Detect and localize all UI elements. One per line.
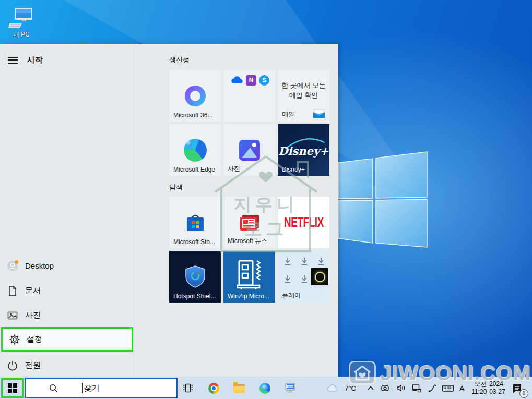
tile-photos[interactable]: 사진 [223, 124, 275, 176]
taskbar-clock[interactable]: 오전 11:20 2024-03-27 [470, 380, 505, 396]
tile-microsoft-news[interactable]: Microsoft 뉴스 [223, 197, 275, 248]
chrome-icon [208, 383, 219, 394]
sidebar-item-desktop-user[interactable]: Desktop [0, 253, 134, 278]
tile-hotspot-shield[interactable]: Hotspot Shiel... [169, 251, 221, 303]
legacy-system-taskbar-button[interactable] [284, 382, 297, 394]
tile-label: Disney+ [282, 166, 305, 173]
chrome-taskbar-button[interactable] [207, 382, 220, 394]
file-explorer-icon [233, 384, 245, 393]
search-icon [49, 384, 58, 393]
sidebar-label-documents: 문서 [25, 286, 41, 296]
user-avatar-icon [0, 260, 25, 272]
tile-label: Microsoft Edge [173, 166, 215, 173]
edge-taskbar-button[interactable] [258, 382, 271, 394]
network-button[interactable] [411, 383, 422, 393]
show-hidden-icons-button[interactable] [367, 384, 375, 392]
wallpaper-windows-logo [334, 147, 431, 254]
tile-mail[interactable]: 한 곳에서 모든 메일 확인 메일 [278, 70, 329, 122]
my-pc-label: 내 PC [6, 30, 37, 39]
skype-icon: S [259, 75, 269, 86]
tile-grid-productivity: Microsoft 36... N S 한 곳에서 모든 메일 확인 메일 [169, 70, 329, 176]
windows-logo-icon [8, 383, 17, 393]
start-menu: 시작 Desktop 문서 [0, 44, 338, 377]
volume-button[interactable] [396, 383, 406, 393]
hamburger-menu-button[interactable] [0, 51, 25, 69]
notification-center-button[interactable]: 1 [511, 383, 524, 393]
meet-now-button[interactable] [380, 383, 391, 393]
tile-netflix[interactable]: NETFLIX [278, 197, 329, 248]
onenote-icon: N [246, 75, 256, 86]
notification-count-badge: 1 [519, 389, 528, 398]
video-camera-icon [380, 383, 391, 393]
pictures-icon [0, 310, 25, 321]
tile-label: Microsoft Sto... [173, 238, 215, 246]
album-art-thumbnail [311, 268, 328, 285]
tile-label: 메일 [282, 110, 294, 119]
tile-label: Microsoft 36... [173, 112, 212, 119]
tile-microsoft-365[interactable]: Microsoft 36... [169, 70, 221, 122]
ethernet-network-icon [411, 383, 422, 393]
weather-cloud-icon [326, 383, 339, 393]
weather-tray-item[interactable] [326, 383, 339, 393]
tile-grid-explore: Microsoft Sto... Microsoft 뉴스 [169, 197, 329, 303]
menu-divider [134, 44, 135, 377]
document-icon [0, 285, 25, 297]
disney-logo-text: Disney+ [278, 144, 328, 158]
download-arrow-icon [301, 257, 308, 266]
sidebar-item-documents[interactable]: 문서 [0, 279, 134, 303]
search-placeholder-text: 찾기 [84, 383, 100, 393]
tile-microsoft-edge[interactable]: Microsoft Edge [169, 124, 221, 176]
taskbar-app-icons [182, 377, 297, 399]
temperature-label[interactable]: 7°C [345, 384, 356, 392]
touch-keyboard-button[interactable] [442, 383, 454, 393]
taskbar-search-box[interactable]: 찾기 [25, 378, 178, 398]
microsoft-365-icon [183, 84, 207, 108]
tile-label: Hotspot Shiel... [173, 293, 216, 300]
photos-icon [239, 139, 261, 161]
task-view-button[interactable] [182, 382, 194, 394]
keyboard-icon [442, 383, 454, 393]
pen-icon [427, 383, 436, 393]
sidebar-label-settings: 설정 [27, 334, 42, 344]
system-tray: 7°C [326, 377, 524, 399]
start-menu-title: 시작 [27, 55, 43, 65]
tile-apps-cluster[interactable]: N S [223, 70, 275, 122]
computer-icon [8, 7, 34, 29]
tile-label: Microsoft 뉴스 [228, 237, 267, 246]
start-menu-header: 시작 [0, 51, 43, 69]
sidebar-label-power: 전원 [25, 360, 41, 370]
store-icon [184, 213, 206, 233]
system-monitor-icon [284, 382, 297, 394]
sidebar-item-pictures[interactable]: 사진 [0, 303, 134, 328]
tile-play[interactable]: 플레이 [278, 251, 329, 303]
edge-icon [184, 139, 207, 162]
download-arrow-icon [284, 275, 291, 284]
hamburger-icon [8, 55, 18, 65]
sidebar-item-power[interactable]: 전원 [0, 353, 134, 378]
group-title-explore: 탐색 [169, 183, 183, 192]
taskbar: 찾기 [0, 377, 532, 399]
ime-indicator[interactable]: A [459, 384, 465, 393]
edge-icon [259, 383, 270, 394]
chevron-up-icon [367, 384, 375, 392]
clock-time: 오전 11:20 [470, 380, 487, 396]
file-explorer-taskbar-button[interactable] [233, 382, 245, 394]
tile-disney-plus[interactable]: Disney+ Disney+ [278, 124, 329, 176]
desktop: 내 PC 시작 Desktop 문서 [0, 0, 532, 399]
tile-winzip[interactable]: WinZip Micro... [223, 251, 275, 303]
onedrive-icon [229, 76, 243, 85]
download-arrow-icon [317, 257, 325, 266]
sidebar-label-pictures: 사진 [25, 310, 41, 320]
task-view-icon [182, 382, 194, 394]
hotspot-shield-icon [184, 264, 207, 289]
my-pc-desktop-icon[interactable]: 내 PC [6, 7, 37, 39]
power-icon [0, 360, 25, 371]
download-arrow-icon [284, 257, 291, 266]
sidebar-item-settings[interactable]: 설정 [1, 327, 133, 352]
speaker-icon [396, 383, 406, 393]
windows-ink-button[interactable] [427, 383, 436, 393]
start-button[interactable] [1, 378, 24, 398]
mail-promo-text: 한 곳에서 모든 메일 확인 [278, 80, 329, 100]
netflix-logo-text: NETFLIX [284, 215, 324, 231]
tile-microsoft-store[interactable]: Microsoft Sto... [169, 197, 221, 248]
